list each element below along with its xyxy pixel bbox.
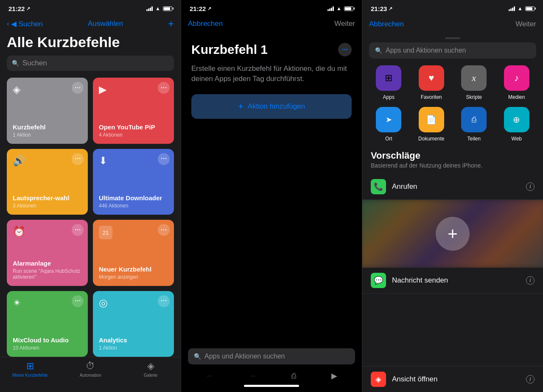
- panel2-search-bar[interactable]: 🔍 Apps und Aktionen suchen: [188, 348, 355, 364]
- shortcut-card-youtube[interactable]: ··· ▶ Open YouTube PiP 4 Aktionen: [93, 78, 174, 144]
- forward-browser-button[interactable]: →: [249, 372, 256, 381]
- select-button[interactable]: Auswählen: [88, 20, 123, 28]
- suggestions-title: Vorschläge: [362, 148, 543, 162]
- more-button-kurzbefehl[interactable]: ···: [72, 82, 84, 94]
- wifi-icon-3: ▲: [518, 6, 523, 11]
- signal-icon: [146, 6, 153, 11]
- wifi-icon: ▲: [155, 6, 160, 11]
- category-dokumente[interactable]: 📄 Dokumente: [414, 107, 450, 142]
- add-action-label[interactable]: Aktion hinzufügen: [248, 102, 305, 111]
- more-button-ultimate[interactable]: ···: [158, 153, 170, 165]
- tab-bar: ⊞ Meine Kurzbefehle ⏱ Automation ◈ Galer…: [0, 357, 181, 392]
- back-browser-button[interactable]: ←: [206, 372, 213, 381]
- shortcut-name-ultimate: Ultimate Downloader: [99, 194, 168, 202]
- status-time-1: 21:22 ↗: [8, 5, 30, 12]
- add-action-button[interactable]: + Aktion hinzufügen: [191, 94, 352, 119]
- ort-icon: ➤: [376, 107, 401, 132]
- tab-label-gallery: Galerie: [144, 373, 157, 378]
- shortcut-options-button[interactable]: ···: [338, 43, 352, 56]
- more-button-youtube[interactable]: ···: [158, 82, 170, 94]
- message-icon: 💬: [371, 273, 386, 288]
- next-button-3[interactable]: Weiter: [515, 20, 536, 28]
- category-medien[interactable]: ♪ Medien: [499, 65, 535, 100]
- shortcut-card-mixcloud[interactable]: ··· ✴ MixCloud to Audio 10 Aktionen: [7, 291, 88, 357]
- shortcut-main-title: Kurzbefehl 1: [191, 42, 268, 57]
- shortcut-name-alarmanlage: Alarmanlage: [13, 260, 82, 267]
- search-icon-2: 🔍: [194, 353, 201, 360]
- plus-icon-action: +: [238, 101, 244, 112]
- info-button-anrufen[interactable]: i: [526, 182, 535, 191]
- search-input-1[interactable]: Suchen: [22, 59, 47, 67]
- shortcut-icon-neuer: 21: [99, 226, 112, 239]
- category-label-ort: Ort: [385, 136, 392, 142]
- category-favoriten[interactable]: ♥ Favoriten: [414, 65, 450, 100]
- info-button-nachricht[interactable]: i: [526, 276, 535, 285]
- share-browser-button[interactable]: ⎙: [291, 372, 296, 381]
- status-time-2: 21:22 ↗: [190, 5, 211, 12]
- shortcut-card-alarmanlage[interactable]: ··· ⏰ Alarmanlage Run scene "Aqara HubSc…: [7, 220, 88, 286]
- more-button-lautsprecher[interactable]: ···: [72, 153, 84, 165]
- panel3-search-bar[interactable]: 🔍 Apps und Aktionen suchen: [369, 42, 536, 59]
- status-bar-1: 21:22 ↗ ▲: [0, 0, 181, 15]
- modal-handle: [445, 37, 460, 39]
- suggestion-ansicht[interactable]: ◈ Ansicht öffnen i: [362, 366, 543, 392]
- shortcut-name-neuer: Neuer Kurzbefehl: [99, 266, 168, 273]
- cancel-button-3[interactable]: Abbrechen: [369, 20, 404, 28]
- shortcut-editor-content: Kurzbefehl 1 ··· Erstelle einen Kurzbefe…: [181, 34, 362, 197]
- more-button-mixcloud[interactable]: ···: [72, 295, 84, 307]
- tab-label-my-shortcuts: Meine Kurzbefehle: [12, 373, 48, 378]
- shortcut-description: Erstelle einen Kurzbefehl für Aktionen, …: [191, 64, 352, 84]
- location-arrow-icon: ↗: [26, 6, 30, 11]
- shortcut-card-analytics[interactable]: ··· ◎ Analytics 1 Aktion: [93, 291, 174, 357]
- info-button-ansicht[interactable]: i: [526, 375, 535, 384]
- status-icons-3: ▲: [509, 6, 535, 11]
- suggestion-anrufen[interactable]: 📞 Anrufen i: [362, 174, 543, 200]
- search-icon-1: 🔍: [12, 60, 19, 67]
- category-skripte[interactable]: x Skripte: [456, 65, 492, 100]
- category-label-favoriten: Favoriten: [421, 94, 442, 100]
- battery-icon-3: [525, 6, 535, 11]
- grid-icon: ⊞: [26, 361, 34, 372]
- category-label-medien: Medien: [508, 94, 525, 100]
- search-bar-1[interactable]: 🔍 Suchen: [7, 56, 174, 71]
- shortcut-card-kurzbefehl[interactable]: ··· ◈ Kurzbefehl 1 Aktion: [7, 78, 88, 144]
- ellipsis-icon: ···: [342, 46, 347, 53]
- shortcut-card-lautsprecher[interactable]: ··· 🔊 Lautsprecher-wahl 3 Aktionen: [7, 149, 88, 215]
- more-button-neuer[interactable]: ···: [158, 224, 170, 236]
- play-browser-button[interactable]: ▶: [331, 371, 337, 381]
- search-input-3[interactable]: Apps und Aktionen suchen: [386, 47, 466, 54]
- signal-icon-2: [327, 6, 334, 11]
- tab-automation[interactable]: ⏱ Automation: [60, 361, 120, 378]
- cancel-button-2[interactable]: Abbrechen: [188, 20, 223, 28]
- wifi-icon-2: ▲: [336, 6, 341, 11]
- more-button-alarmanlage[interactable]: ···: [72, 224, 84, 236]
- add-shortcut-button[interactable]: +: [168, 18, 174, 30]
- category-apps[interactable]: ⊞ Apps: [371, 65, 407, 100]
- next-button-2[interactable]: Weiter: [334, 20, 355, 28]
- category-web[interactable]: ⊕ Web: [499, 107, 535, 142]
- tab-my-shortcuts[interactable]: ⊞ Meine Kurzbefehle: [0, 361, 60, 378]
- medien-icon: ♪: [504, 65, 529, 91]
- plus-add-button[interactable]: +: [436, 217, 470, 251]
- nav-bar-2: Abbrechen Weiter: [181, 15, 362, 34]
- shortcut-card-ultimate[interactable]: ··· ⬇ Ultimate Downloader 446 Aktionen: [93, 149, 174, 215]
- shortcut-count-analytics: 1 Aktion: [99, 345, 168, 351]
- category-teilen[interactable]: ⎙ Teilen: [456, 107, 492, 142]
- suggestion-name-ansicht: Ansicht öffnen: [392, 375, 520, 384]
- shortcut-icon-kurzbefehl: ◈: [13, 84, 82, 95]
- category-grid: ⊞ Apps ♥ Favoriten x Skripte ♪ Medien ➤: [362, 64, 543, 148]
- back-button-1[interactable]: ‹ ◀ Suchen: [7, 20, 43, 28]
- panel-shortcut-editor: 21:22 ↗ ▲ Abbrechen Weiter Kurzbefehl 1 …: [181, 0, 362, 392]
- more-button-analytics[interactable]: ···: [158, 295, 170, 307]
- skripte-icon: x: [461, 65, 487, 91]
- category-ort[interactable]: ➤ Ort: [371, 107, 407, 142]
- suggestion-nachricht[interactable]: 💬 Nachricht senden i: [362, 268, 543, 294]
- home-indicator-2: [244, 385, 299, 387]
- ansicht-icon: ◈: [371, 372, 386, 387]
- shortcut-card-neuer[interactable]: ··· 21 Neuer Kurzbefehl Morgen anzeigen: [93, 220, 174, 286]
- tab-gallery[interactable]: ◈ Galerie: [120, 361, 181, 378]
- teilen-icon: ⎙: [461, 107, 487, 132]
- shortcut-count-mixcloud: 10 Aktionen: [13, 345, 82, 351]
- search-input-2[interactable]: Apps und Aktionen suchen: [204, 353, 285, 360]
- location-icon-3: ↗: [389, 6, 392, 11]
